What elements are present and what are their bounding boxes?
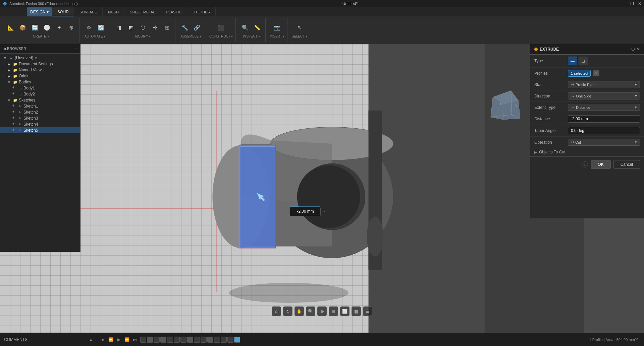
info-btn[interactable]: ℹ [582, 161, 588, 167]
create-revolve-btn[interactable]: 🔄 [30, 22, 40, 33]
tree-item-body2[interactable]: 👁 ▭ Body2 [0, 91, 80, 97]
timeline-prev[interactable]: ⏪ [108, 337, 113, 342]
comments-toggle-icon[interactable]: ▲ [89, 337, 93, 342]
tree-item-sketch5[interactable]: 👁 ✎ Sketch5 [0, 127, 80, 133]
tree-item-bodies[interactable]: ▼ 📁 Bodies [0, 79, 80, 85]
select-btn1[interactable]: ↖ [294, 22, 305, 33]
minimize-btn[interactable]: — [622, 1, 626, 6]
distance-input[interactable] [568, 115, 640, 123]
timeline-step-2[interactable] [147, 337, 153, 343]
timeline-step-15[interactable] [234, 337, 240, 343]
timeline-step-5[interactable] [167, 337, 173, 343]
ok-btn[interactable]: OK [591, 160, 610, 169]
timeline-step-8[interactable] [187, 337, 193, 343]
direction-dropdown[interactable]: → One Side ▾ [568, 92, 640, 99]
timeline-step-11[interactable] [207, 337, 213, 343]
modify-btn5[interactable]: ⊞ [162, 22, 172, 33]
tree-item-sketch1[interactable]: 👁 ✎ Sketch1 [0, 103, 80, 109]
design-dropdown[interactable]: DESIGN ▾ [27, 7, 52, 16]
timeline-skip-start[interactable]: ⏮ [100, 337, 105, 342]
create-sphere-btn[interactable]: ⚪ [42, 22, 52, 33]
profiles-remove-btn[interactable]: ✕ [593, 70, 599, 76]
inspect-btn2[interactable]: 📏 [252, 22, 263, 33]
extrude-expand-icon[interactable]: ⬡ [631, 47, 635, 52]
sketch3-eye-icon[interactable]: 👁 [12, 116, 17, 121]
construct-btn1[interactable]: ⬛ [216, 22, 226, 33]
nav-pan-btn[interactable]: ✋ [294, 306, 304, 316]
tree-item-named-views[interactable]: ▶ 📁 Named Views [0, 67, 80, 73]
type-solid-btn[interactable]: ▬ [568, 57, 577, 65]
timeline-skip-end[interactable]: ⏭ [132, 337, 138, 342]
tree-item-origin[interactable]: ▶ 📁 Origin [0, 73, 80, 79]
create-combine-btn[interactable]: ⊕ [66, 22, 76, 33]
tab-mesh[interactable]: MESH [103, 7, 124, 16]
assemble-btn2[interactable]: 🔗 [192, 22, 202, 33]
tree-item-sketch3[interactable]: 👁 ✎ Sketch3 [0, 115, 80, 121]
assemble-btn1[interactable]: 🔧 [179, 22, 190, 33]
nav-zoom-btn[interactable]: 🔍 [306, 306, 315, 316]
start-dropdown[interactable]: ⊣ Profile Plane ▾ [568, 81, 640, 88]
timeline-step-3[interactable] [154, 337, 160, 343]
timeline-step-12[interactable] [214, 337, 220, 343]
nav-zoomout-btn[interactable]: ⊖ [329, 306, 338, 316]
viewcube-right-face[interactable]: R [511, 90, 520, 119]
profiles-select-btn[interactable]: 1 selected [568, 70, 591, 77]
timeline-step-14[interactable] [227, 337, 233, 343]
operation-dropdown[interactable]: ✂ Cut ▾ [568, 139, 640, 146]
timeline-step-9[interactable] [194, 337, 200, 343]
extrude-close-icon[interactable]: ✕ [637, 47, 640, 52]
nav-zoomin-btn[interactable]: ⊕ [317, 306, 327, 316]
insert-btn1[interactable]: 📷 [272, 22, 282, 33]
assemble-label[interactable]: ASSEMBLE ▾ [180, 34, 201, 38]
root-settings-icon[interactable]: ⚙ [35, 56, 38, 60]
close-btn[interactable]: ✕ [638, 1, 641, 6]
construct-label[interactable]: CONSTRUCT ▾ [209, 34, 233, 38]
nav-scene-btn[interactable]: ☰ [363, 306, 372, 316]
viewcube-front-face[interactable]: F [491, 90, 512, 117]
sketch5-eye-icon[interactable]: 👁 [12, 128, 17, 133]
create-pattern-btn[interactable]: ✦ [54, 22, 64, 33]
sketch2-eye-icon[interactable]: 👁 [12, 110, 17, 115]
tree-item-body1[interactable]: 👁 ▭ Body1 [0, 85, 80, 91]
timeline-step-4[interactable] [160, 337, 166, 343]
browser-add-btn[interactable]: ＋ [73, 46, 77, 51]
insert-label[interactable]: INSERT ▾ [270, 34, 284, 38]
tab-plastic[interactable]: PLASTIC [161, 7, 187, 16]
inspect-label[interactable]: INSPECT ▾ [243, 34, 260, 38]
create-label[interactable]: CREATE ▾ [33, 34, 49, 38]
automate-btn1[interactable]: ⚙ [84, 22, 94, 33]
modify-btn1[interactable]: ◨ [113, 22, 124, 33]
inspect-btn1[interactable]: 🔍 [240, 22, 251, 33]
body2-eye-icon[interactable]: 👁 [12, 92, 17, 96]
automate-btn2[interactable]: 🔃 [96, 22, 106, 33]
tree-item-sketches[interactable]: ▼ 📁 Sketches... [0, 97, 80, 103]
window-controls[interactable]: — ❐ ✕ [622, 1, 641, 6]
modify-btn4[interactable]: ✛ [150, 22, 160, 33]
body1-eye-icon[interactable]: 👁 [12, 86, 17, 90]
objects-to-cut-row[interactable]: ▶ Objects To Cut [530, 148, 644, 156]
timeline-step-1[interactable] [140, 337, 146, 343]
maximize-btn[interactable]: ❐ [630, 1, 634, 6]
create-extrude-btn[interactable]: 📦 [17, 22, 28, 33]
nav-viewfit-btn[interactable]: ⬜ [340, 306, 350, 316]
modify-btn3[interactable]: ⬡ [138, 22, 148, 33]
timeline-next[interactable]: ⏩ [124, 337, 129, 342]
create-sketch-btn[interactable]: 📐 [5, 22, 16, 33]
nav-display-btn[interactable]: ▦ [352, 306, 361, 316]
select-label[interactable]: SELECT ▾ [291, 34, 307, 38]
tree-item-doc-settings[interactable]: ▶ 📁 Document Settings [0, 61, 80, 67]
tab-surface[interactable]: SURFACE [74, 7, 103, 16]
viewcube[interactable]: F B L R T Bot [493, 94, 520, 121]
tree-item-sketch4[interactable]: 👁 ✎ Sketch4 [0, 121, 80, 127]
tab-solid[interactable]: SOLID [52, 7, 74, 16]
type-surface-btn[interactable]: ◻ [579, 57, 588, 65]
sketch1-eye-icon[interactable]: 👁 [12, 104, 17, 109]
timeline-play[interactable]: ▶ [116, 337, 121, 342]
nav-orbit-btn[interactable]: ↻ [283, 306, 292, 316]
tab-sheet-metal[interactable]: SHEET METAL [124, 7, 161, 16]
taper-input[interactable] [568, 127, 640, 134]
timeline-step-10[interactable] [201, 337, 207, 343]
tree-item-root[interactable]: ▼ ● (Unsaved) ⚙ [0, 55, 80, 61]
tab-utilities[interactable]: UTILITIES [187, 7, 215, 16]
extent-type-dropdown[interactable]: ↔ Distance ▾ [568, 104, 640, 111]
